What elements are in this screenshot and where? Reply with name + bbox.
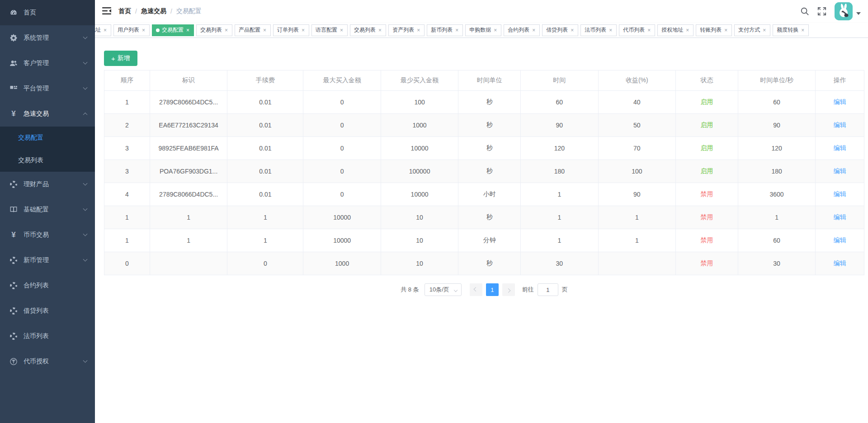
table-cell: 1	[521, 229, 598, 252]
table-cell: 1	[598, 206, 675, 229]
table-cell: 秒	[458, 91, 521, 114]
edit-link[interactable]: 编辑	[834, 213, 846, 221]
column-header: 标识	[150, 70, 227, 91]
table-cell: 1	[521, 206, 598, 229]
tab-转账列表[interactable]: 转账列表×	[696, 24, 732, 36]
table-cell: 30	[738, 252, 815, 275]
tabs-bar: 地址×用户列表×交易配置×交易列表×产品配置×订单列表×语言配置×交易列表×资产…	[95, 23, 868, 38]
tab-close-icon[interactable]: ×	[532, 28, 536, 33]
edit-link[interactable]: 编辑	[834, 98, 846, 105]
tab-close-icon[interactable]: ×	[455, 28, 459, 33]
sidebar-item-label: 急速交易	[24, 110, 49, 118]
tab-授权地址[interactable]: 授权地址×	[657, 24, 693, 36]
table-header-row: 顺序标识手续费最大买入金额最少买入金额时间单位时间收益(%)状态时间单位/秒操作	[104, 70, 864, 91]
users-icon	[9, 59, 18, 68]
sidebar-item-首页[interactable]: 首页	[0, 0, 95, 25]
fullscreen-icon[interactable]	[817, 7, 826, 16]
tab-语言配置[interactable]: 语言配置×	[311, 24, 348, 36]
sidebar-item-理财产品[interactable]: 理财产品	[0, 172, 95, 197]
sidebar-item-客户管理[interactable]: 客户管理	[0, 51, 95, 76]
status-badge: 启用	[700, 167, 713, 174]
tab-close-icon[interactable]: ×	[103, 28, 107, 33]
goto-page-input[interactable]	[538, 283, 558, 296]
sidebar-item-法币列表[interactable]: 法币列表	[0, 324, 95, 349]
sidebar-item-借贷列表[interactable]: 借贷列表	[0, 298, 95, 324]
tab-申购数据[interactable]: 申购数据×	[465, 24, 501, 36]
action-cell: 编辑	[816, 137, 864, 160]
hamburger-icon[interactable]	[102, 7, 111, 16]
search-icon[interactable]	[800, 7, 809, 16]
table-cell: 60	[738, 91, 815, 114]
tab-订单列表[interactable]: 订单列表×	[273, 24, 309, 36]
tab-交易列表[interactable]: 交易列表×	[196, 24, 232, 36]
edit-link[interactable]: 编辑	[834, 190, 846, 197]
sidebar-item-系统管理[interactable]: 系统管理	[0, 25, 95, 51]
tab-close-icon[interactable]: ×	[647, 28, 651, 33]
tab-借贷列表[interactable]: 借贷列表×	[542, 24, 578, 36]
tab-close-icon[interactable]: ×	[801, 28, 805, 33]
tab-交易配置[interactable]: 交易配置×	[152, 24, 194, 36]
tab-新币列表[interactable]: 新币列表×	[427, 24, 463, 36]
table-cell: 1	[104, 229, 150, 252]
sidebar-subitem-交易配置[interactable]: 交易配置	[0, 127, 95, 149]
next-page-button[interactable]	[502, 283, 515, 296]
tab-代币列表[interactable]: 代币列表×	[619, 24, 655, 36]
caret-down-icon[interactable]	[856, 12, 861, 15]
tab-close-icon[interactable]: ×	[263, 28, 267, 33]
tab-close-icon[interactable]: ×	[378, 28, 382, 33]
breadcrumb-item[interactable]: 首页	[118, 7, 131, 15]
sidebar-item-平台管理[interactable]: 平台管理	[0, 76, 95, 101]
tab-close-icon[interactable]: ×	[685, 28, 689, 33]
sidebar: 首页系统管理客户管理平台管理¥急速交易交易配置交易列表理财产品基础配置¥币币交易…	[0, 0, 95, 423]
breadcrumb-item[interactable]: 急速交易	[141, 7, 166, 15]
sidebar-item-新币管理[interactable]: 新币管理	[0, 248, 95, 273]
tab-用户列表[interactable]: 用户列表×	[113, 24, 150, 36]
table-cell: 0	[227, 252, 303, 275]
tab-close-icon[interactable]: ×	[340, 28, 344, 33]
tab-close-icon[interactable]: ×	[724, 28, 728, 33]
tab-产品配置[interactable]: 产品配置×	[235, 24, 271, 36]
tab-额度转换[interactable]: 额度转换×	[773, 24, 809, 36]
tab-close-icon[interactable]: ×	[609, 28, 613, 33]
add-button[interactable]: + 新增	[104, 51, 137, 66]
tab-地址[interactable]: 地址×	[95, 24, 111, 36]
prev-page-button[interactable]	[470, 283, 482, 296]
tab-资产列表[interactable]: 资产列表×	[388, 24, 425, 36]
edit-link[interactable]: 编辑	[834, 167, 846, 174]
lifebuoy-icon	[9, 332, 18, 341]
table-cell: 1	[150, 206, 227, 229]
column-header: 操作	[816, 70, 864, 91]
tab-close-icon[interactable]: ×	[224, 28, 228, 33]
avatar[interactable]	[835, 2, 853, 20]
sidebar-item-基础配置[interactable]: 基础配置	[0, 197, 95, 222]
table-cell: 0	[303, 160, 381, 183]
tab-合约列表[interactable]: 合约列表×	[504, 24, 540, 36]
tab-close-icon[interactable]: ×	[416, 28, 420, 33]
tab-交易列表[interactable]: 交易列表×	[350, 24, 386, 36]
sidebar-item-合约列表[interactable]: 合约列表	[0, 273, 95, 298]
sidebar-subitem-交易列表[interactable]: 交易列表	[0, 149, 95, 172]
page-number-button[interactable]: 1	[486, 283, 499, 296]
column-header: 时间	[521, 70, 598, 91]
sidebar-item-代币授权[interactable]: 代币授权	[0, 349, 95, 374]
page-size-select[interactable]: 10条/页	[425, 283, 462, 296]
tab-close-icon[interactable]: ×	[762, 28, 766, 33]
table-cell: 1	[598, 229, 675, 252]
tab-close-icon[interactable]: ×	[301, 28, 305, 33]
edit-link[interactable]: 编辑	[834, 259, 846, 267]
tab-close-icon[interactable]: ×	[142, 28, 146, 33]
edit-link[interactable]: 编辑	[834, 236, 846, 244]
chevron-down-icon	[454, 288, 458, 292]
table-cell: 0	[303, 137, 381, 160]
sidebar-item-币币交易[interactable]: ¥币币交易	[0, 222, 95, 248]
tab-close-icon[interactable]: ×	[493, 28, 497, 33]
tab-close-icon[interactable]: ×	[186, 28, 190, 33]
tab-法币列表[interactable]: 法币列表×	[580, 24, 617, 36]
edit-link[interactable]: 编辑	[834, 121, 846, 128]
tab-close-icon[interactable]: ×	[570, 28, 574, 33]
navbar-right	[792, 2, 861, 20]
tab-支付方式[interactable]: 支付方式×	[734, 24, 770, 36]
edit-link[interactable]: 编辑	[834, 144, 846, 151]
status-badge: 禁用	[700, 213, 713, 221]
sidebar-item-急速交易[interactable]: ¥急速交易	[0, 101, 95, 127]
